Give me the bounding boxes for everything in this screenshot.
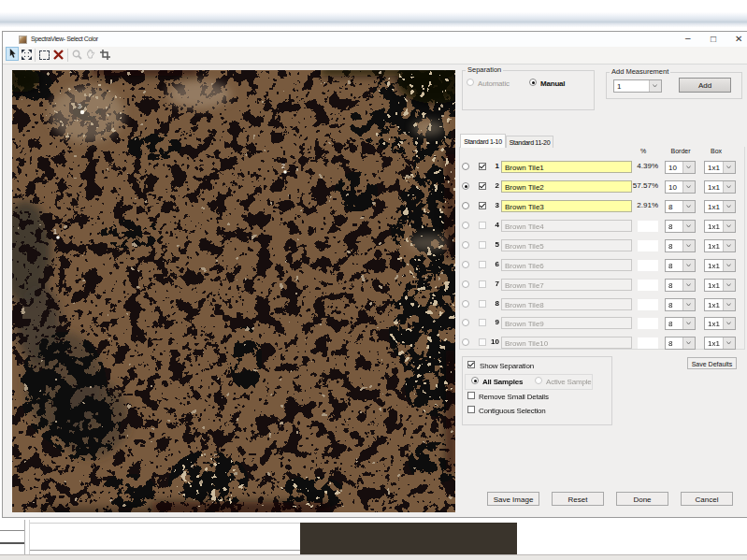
svg-text:2: 2 [281,163,285,169]
svg-text:3: 3 [78,103,81,109]
svg-text:1: 1 [53,228,57,235]
